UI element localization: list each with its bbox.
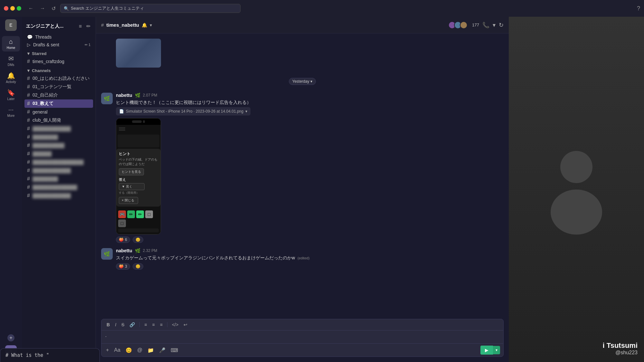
sidebar-item-drafts[interactable]: ▷ Drafts & sent ✏ 1 <box>24 41 93 49</box>
hint-text: ベッドの下の絨、ドアのものでは聞こようだ <box>119 157 158 166</box>
workspace-avatar[interactable]: E <box>5 19 17 31</box>
message-avatar-2: 🌿 <box>101 248 113 260</box>
date-divider: Yesterday ▾ <box>101 78 504 85</box>
filter-button[interactable]: ≡ <box>78 22 83 31</box>
game-btn-1[interactable]: 🎮 <box>118 210 126 218</box>
compose-button[interactable]: ✏ <box>85 22 92 31</box>
message-text-2: スイカゲームって元々ポップインアラジンにバンドルされてるおまけゲームだったのかw… <box>116 255 504 261</box>
search-bar[interactable]: 🔍 Search エンジニアと人生コミュニティ <box>60 4 241 13</box>
home-icon: ⌂ <box>9 38 13 45</box>
sidebar-item-blur6[interactable]: # ████████████ <box>24 166 93 175</box>
sidebar-item-blur7[interactable]: # ████████ <box>24 175 93 183</box>
message-content-1: nabettu 🌿 2.07 PM ヒント機能できた！（ここに更に視聴にはリワー… <box>116 93 504 243</box>
reaction-emoji-1: 🍑 <box>119 237 124 242</box>
hash-icon: # <box>27 143 30 148</box>
keyboard-button[interactable]: ⌨ <box>169 346 179 355</box>
input-cursor: · <box>105 334 107 339</box>
header-actions: 177 📞 ▾ ↻ <box>450 21 504 29</box>
sidebar-item-blur4[interactable]: # ██████ <box>24 150 93 158</box>
sidebar-item-blur1[interactable]: # ████████████ <box>24 125 93 133</box>
refresh-chat-icon[interactable]: ↻ <box>499 22 504 29</box>
forward-button[interactable]: → <box>38 4 47 13</box>
input-bottom-bar: + Aa 😊 @ 📁 🎤 ⌨ ▶ ▾ <box>101 343 503 357</box>
sidebar-item-blur9[interactable]: # ████████████ <box>24 191 93 200</box>
hash-icon: # <box>27 168 30 173</box>
help-button[interactable]: ? <box>637 5 640 12</box>
hash-icon: # <box>27 117 30 123</box>
message-1: 🌿 nabettu 🌿 2.07 PM ヒント機能できた！（ここに更に視聴にはリ… <box>101 93 504 243</box>
sidebar-item-ch0[interactable]: # 00_はじめにお読みください <box>24 74 93 83</box>
italic-button[interactable]: I <box>113 321 118 328</box>
emoji-button[interactable]: 😊 <box>124 346 133 355</box>
mention-button[interactable]: @ <box>136 346 144 354</box>
sidebar-item-ch2[interactable]: # 02_自己紹介 <box>24 91 93 99</box>
starred-section-header[interactable]: ▼ Starred <box>24 50 93 57</box>
sidebar-item-more[interactable]: ··· More <box>2 104 20 119</box>
attach-button[interactable]: 📁 <box>146 346 155 355</box>
blurred-channel-2: ████████ <box>33 135 58 140</box>
close-window-button[interactable] <box>4 6 8 11</box>
hint-btn-row: ヒントを見る <box>119 168 158 175</box>
close-hint-button[interactable]: × 閉じる <box>119 197 138 204</box>
chat-input-area: B I S 🔗 ≡ ≡ ≡ </> ↩ · + Aa <box>96 316 509 362</box>
reaction-emoji-btn-2[interactable]: 😊 <box>133 263 143 270</box>
channel-chevron-icon[interactable]: ▾ <box>150 23 152 28</box>
indent-list-button[interactable]: ≡ <box>158 321 165 328</box>
reaction-1[interactable]: 🍑 6 <box>116 237 130 243</box>
ordered-list-button[interactable]: ≡ <box>150 321 157 328</box>
back-button[interactable]: ← <box>26 4 35 13</box>
quote-button[interactable]: ↩ <box>182 321 189 328</box>
sidebar-item-blur5[interactable]: # ████████████████ <box>24 158 93 166</box>
date-badge[interactable]: Yesterday ▾ <box>289 78 316 85</box>
sidebar-item-blur3[interactable]: # ██████████ <box>24 141 93 150</box>
sidebar-item-threads[interactable]: 💬 Threads <box>24 33 93 41</box>
sidebar-item-club[interactable]: # club_個人開発 <box>24 116 93 125</box>
font-button[interactable]: Aa <box>113 346 122 354</box>
audio-button[interactable]: 🎤 <box>158 346 167 355</box>
sidebar-item-dms[interactable]: ✉ DMs <box>2 53 20 69</box>
svg-point-0 <box>560 151 592 183</box>
link-button[interactable]: 🔗 <box>128 321 137 328</box>
sidebar-item-ch3[interactable]: # 03_教えて <box>24 99 93 108</box>
hash-icon: # <box>27 193 30 199</box>
dropdown-icon[interactable]: ▾ <box>493 22 496 29</box>
send-dropdown-button[interactable]: ▾ <box>493 346 500 354</box>
channel-notify-icon: 🔔 <box>142 23 147 28</box>
game-btn-5[interactable]: □ <box>118 219 126 227</box>
reaction-emoji-btn-1[interactable]: 😊 <box>133 237 143 243</box>
strikethrough-button[interactable]: S <box>119 321 126 328</box>
sidebar-item-ch1[interactable]: # 01_コンテンツ一覧 <box>24 83 93 91</box>
file-attachment-1[interactable]: 📄 Simulator Screen Shot - iPhone 14 Pro … <box>116 107 251 116</box>
bullet-list-button[interactable]: ≡ <box>142 321 149 328</box>
minimize-window-button[interactable] <box>10 6 15 11</box>
refresh-button[interactable]: ↺ <box>50 4 58 13</box>
hint-view-button[interactable]: ヒントを見る <box>119 168 144 175</box>
icon-sidebar: E ⌂ Home ✉ DMs 🔔 Activity 🔖 Later ··· Mo… <box>0 17 22 362</box>
sidebar-item-blur2[interactable]: # ████████ <box>24 133 93 141</box>
drafts-icon: ▷ <box>27 42 31 47</box>
answer-dropdown[interactable]: ▼ 見く <box>119 183 145 190</box>
maximize-window-button[interactable] <box>17 6 21 11</box>
call-icon[interactable]: 📞 <box>482 22 489 29</box>
member-count[interactable]: 177 <box>472 23 479 27</box>
sidebar-item-blur8[interactable]: # ██████████████ <box>24 183 93 191</box>
chevron-down-icon-channels: ▼ <box>26 68 31 73</box>
reactions-1: 🍑 6 😊 <box>116 235 504 243</box>
add-workspace-button[interactable]: + <box>7 334 14 341</box>
sidebar-item-activity[interactable]: 🔔 Activity <box>2 70 20 86</box>
reaction-2[interactable]: 🍑 3 <box>116 263 130 270</box>
game-btn-4[interactable]: □ <box>145 210 153 218</box>
caller-handle: @shu223 <box>603 350 638 356</box>
sidebar-item-home[interactable]: ⌂ Home <box>2 36 20 51</box>
add-button[interactable]: + <box>105 346 110 354</box>
sidebar-item-general[interactable]: # general <box>24 108 93 116</box>
channels-section-header[interactable]: ▼ Channels <box>24 67 93 74</box>
send-button[interactable]: ▶ <box>480 346 493 355</box>
game-btn-2[interactable]: ✏ <box>127 210 135 218</box>
sidebar-item-times-craftzdog[interactable]: # times_craftzdog <box>24 57 93 66</box>
code-button[interactable]: </> <box>170 321 180 328</box>
message-input[interactable]: · <box>101 330 503 343</box>
bold-button[interactable]: B <box>105 321 112 328</box>
sidebar-item-later[interactable]: 🔖 Later <box>2 87 20 103</box>
game-btn-3[interactable]: ✏ <box>136 210 144 218</box>
